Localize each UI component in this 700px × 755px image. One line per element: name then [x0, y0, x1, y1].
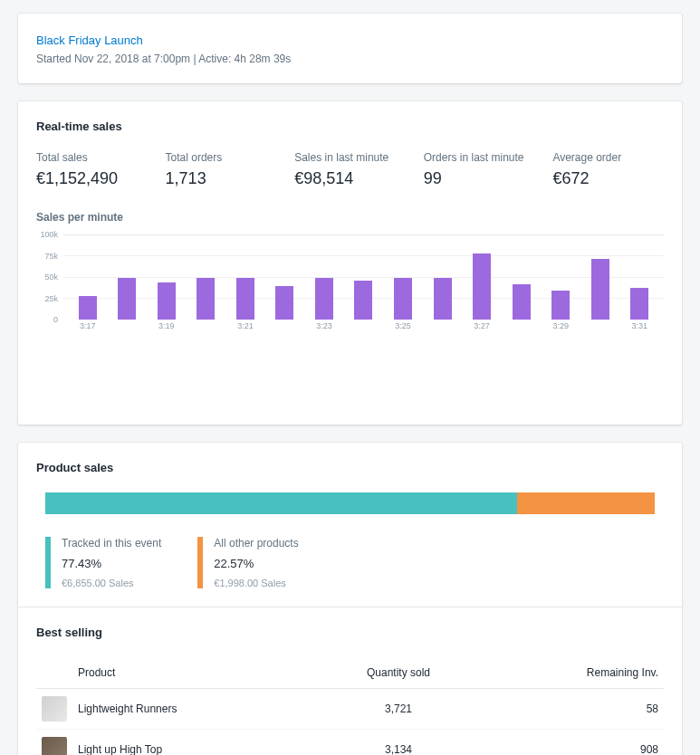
chart-plot	[63, 234, 664, 320]
stat-label: Sales in last minute	[294, 151, 406, 164]
stat-label: Total orders	[166, 151, 277, 164]
chart-bars	[63, 235, 664, 320]
event-header-card: Black Friday Launch Started Nov 22, 2018…	[18, 14, 682, 83]
product-sales-bar	[45, 492, 655, 514]
chart-bar	[630, 288, 648, 320]
chart-title: Sales per minute	[36, 211, 664, 224]
product-inv: 58	[481, 689, 664, 730]
product-qty: 3,134	[316, 730, 481, 756]
stat-value: €1,152,490	[36, 169, 148, 188]
legend-sales: €6,855.00 Sales	[62, 578, 161, 588]
legend-swatch	[45, 537, 51, 588]
best-selling-title: Best selling	[36, 626, 664, 639]
legend-pct: 77.43%	[62, 557, 161, 570]
x-tick	[591, 321, 609, 334]
col-qty: Quantity sold	[316, 657, 481, 689]
y-tick: 100k	[40, 230, 58, 239]
chart-bar	[354, 281, 372, 320]
product-name: Lightweight Runners	[72, 689, 316, 730]
event-meta: Started Nov 22, 2018 at 7:00pm | Active:…	[36, 53, 664, 65]
table-header-row: Product Quantity sold Remaining Inv.	[36, 657, 664, 689]
legend-sales: €1,998.00 Sales	[214, 578, 298, 588]
x-tick: 3:31	[630, 321, 648, 334]
product-name: Light up High Top	[72, 730, 316, 756]
stat-average-order: Average order €672	[552, 151, 664, 188]
legend-tracked: Tracked in this event 77.43% €6,855.00 S…	[45, 537, 161, 588]
col-inv: Remaining Inv.	[481, 657, 664, 689]
stat-label: Average order	[552, 151, 664, 164]
x-tick: 3:25	[394, 321, 412, 334]
product-legend: Tracked in this event 77.43% €6,855.00 S…	[36, 537, 664, 588]
y-tick: 25k	[44, 294, 58, 303]
x-tick	[275, 321, 293, 334]
product-sales-title: Product sales	[36, 461, 664, 474]
x-tick: 3:17	[79, 321, 97, 334]
x-axis: 3:173:193:213:233:253:273:293:31	[63, 321, 664, 334]
realtime-sales-card: Real-time sales Total sales €1,152,490 T…	[18, 101, 682, 425]
product-thumb	[42, 696, 67, 722]
stat-total-sales: Total sales €1,152,490	[36, 151, 148, 188]
x-tick: 3:19	[158, 321, 176, 334]
chart-bar	[197, 278, 215, 320]
stat-label: Total sales	[36, 151, 148, 164]
legend-swatch	[197, 537, 203, 588]
chart-bar	[315, 278, 333, 320]
chart-bar	[158, 282, 176, 320]
realtime-title: Real-time sales	[36, 119, 664, 133]
chart-bar	[118, 278, 136, 320]
product-qty: 3,721	[316, 689, 481, 730]
best-selling-table: Product Quantity sold Remaining Inv. Lig…	[36, 657, 664, 755]
stat-orders-last-minute: Orders in last minute 99	[424, 151, 535, 188]
segment-other	[517, 492, 655, 514]
legend-pct: 22.57%	[214, 557, 298, 570]
sales-per-minute-chart: 025k50k75k100k 3:173:193:213:233:253:273…	[36, 234, 664, 334]
event-name-link[interactable]: Black Friday Launch	[36, 33, 143, 47]
chart-bar	[275, 286, 293, 320]
chart-bar	[473, 253, 491, 320]
stats-row: Total sales €1,152,490 Total orders 1,71…	[36, 151, 664, 188]
x-tick	[434, 321, 452, 334]
product-sales-card: Product sales Tracked in this event 77.4…	[18, 443, 682, 755]
y-tick: 50k	[44, 272, 58, 282]
legend-label: All other products	[214, 537, 298, 550]
y-tick: 75k	[44, 252, 58, 261]
stat-sales-last-minute: Sales in last minute €98,514	[294, 151, 406, 188]
stat-value: €98,514	[294, 169, 406, 188]
x-tick	[197, 321, 215, 334]
product-thumb	[42, 737, 67, 755]
chart-bar	[236, 278, 254, 320]
chart-bar	[79, 296, 97, 320]
chart-bar	[513, 284, 531, 320]
y-axis: 025k50k75k100k	[36, 234, 62, 320]
col-product: Product	[72, 657, 316, 689]
table-row[interactable]: Light up High Top 3,134 908	[36, 730, 664, 756]
chart-bar	[551, 291, 570, 320]
legend-other: All other products 22.57% €1,998.00 Sale…	[197, 537, 298, 588]
x-tick	[118, 321, 136, 334]
chart-bar	[591, 259, 609, 320]
x-tick	[354, 321, 372, 334]
stat-value: 99	[424, 169, 535, 188]
x-tick	[513, 321, 531, 334]
x-tick: 3:21	[236, 321, 254, 334]
chart-bar	[394, 278, 412, 320]
table-row[interactable]: Lightweight Runners 3,721 58	[36, 689, 664, 730]
stat-value: €672	[552, 169, 664, 188]
x-tick: 3:29	[551, 321, 570, 334]
stat-value: 1,713	[166, 169, 277, 188]
product-inv: 908	[481, 730, 664, 756]
stat-total-orders: Total orders 1,713	[166, 151, 277, 188]
chart-bar	[434, 278, 452, 320]
x-tick: 3:23	[315, 321, 333, 334]
x-tick: 3:27	[473, 321, 491, 334]
segment-tracked	[45, 492, 517, 514]
legend-label: Tracked in this event	[62, 537, 161, 550]
stat-label: Orders in last minute	[424, 151, 535, 164]
y-tick: 0	[53, 315, 58, 324]
